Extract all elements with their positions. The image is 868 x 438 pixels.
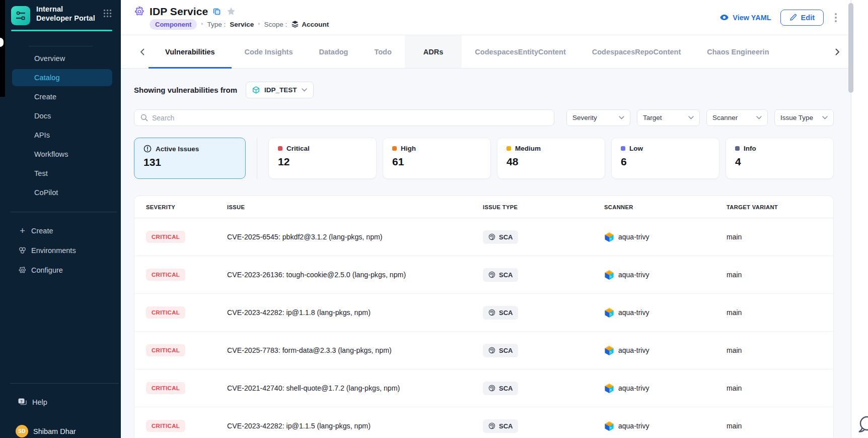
sidebar-action-label: Configure	[31, 266, 63, 274]
tab-label: CodespacesEntityContent	[475, 48, 565, 56]
gear-icon	[18, 266, 27, 275]
svg-text:?: ?	[20, 399, 23, 404]
chevron-down-icon	[822, 116, 828, 119]
sidebar-action-environments[interactable]: Environments	[0, 240, 121, 260]
filter-scanner[interactable]: Scanner	[706, 109, 768, 126]
issue-text: CVE-2023-42282: ip@1.1.5 (lang-pkgs, npm…	[227, 422, 483, 430]
page-title: IDP Service	[150, 6, 208, 18]
edit-label: Edit	[801, 14, 815, 22]
table-row[interactable]: CRITICAL CVE-2023-26136: tough-cookie@2.…	[134, 256, 833, 294]
target-variant: main	[727, 384, 833, 392]
column-issue-type: ISSUE TYPE	[483, 204, 604, 210]
severity-card-label: Medium	[515, 145, 541, 152]
filter-target[interactable]: Target	[637, 109, 700, 126]
issue-type-label: SCA	[499, 385, 513, 392]
issue-type-pill: SCA	[483, 344, 518, 357]
user-menu[interactable]: SD Shibam Dhar	[0, 424, 121, 438]
issue-text: CVE-2025-6545: pbkdf2@3.1.2 (lang-pkgs, …	[227, 233, 483, 241]
issue-type-pill: SCA	[483, 306, 518, 320]
sidebar-item-catalog[interactable]: Catalog	[0, 68, 121, 87]
sidebar-item-docs[interactable]: Docs	[0, 106, 121, 126]
sidebar-item-test[interactable]: Test	[0, 164, 121, 183]
trivy-icon	[604, 383, 614, 394]
issue-type-label: SCA	[499, 309, 513, 317]
copy-icon[interactable]	[212, 7, 221, 16]
filter-severity[interactable]: Severity	[566, 109, 630, 126]
issue-type-pill: SCA	[483, 419, 518, 433]
tab-codespaces-repo[interactable]: CodespacesRepoContent	[579, 35, 694, 68]
severity-badge: CRITICAL	[146, 269, 185, 281]
severity-card-low[interactable]: Low 6	[611, 138, 719, 179]
idp-logo[interactable]	[11, 6, 30, 25]
sidebar: Internal Developer Portal Overview Catal…	[0, 0, 121, 438]
sidebar-action-configure[interactable]: Configure	[0, 260, 121, 280]
chat-launcher-icon[interactable]	[855, 413, 868, 435]
sidebar-item-copilot[interactable]: CoPilot	[0, 183, 121, 202]
search-box[interactable]	[134, 109, 554, 126]
sca-icon	[488, 271, 495, 278]
severity-card-critical[interactable]: Critical 12	[268, 138, 377, 179]
table-row[interactable]: CRITICAL CVE-2025-6545: pbkdf2@3.1.2 (la…	[134, 218, 833, 256]
tab-todo[interactable]: Todo	[361, 35, 404, 68]
trivy-icon	[604, 345, 614, 356]
help-chat-icon: ?	[18, 398, 27, 407]
table-row[interactable]: CRITICAL CVE-2025-7783: form-data@2.3.3 …	[134, 332, 833, 369]
filter-issue-type[interactable]: Issue Type	[774, 109, 834, 126]
severity-card-medium[interactable]: Medium 48	[497, 138, 605, 179]
brand-underline	[11, 30, 112, 31]
active-issues-label: Active Issues	[156, 145, 199, 153]
sidebar-nav: Overview Catalog Create Docs APIs Workfl…	[0, 49, 121, 202]
sidebar-item-create[interactable]: Create	[0, 87, 121, 106]
table-row[interactable]: CRITICAL CVE-2021-42740: shell-quote@1.7…	[134, 369, 833, 407]
trivy-icon	[604, 307, 614, 318]
scope-label: Scope :	[264, 21, 287, 28]
tab-label: ADRs	[423, 48, 443, 56]
brand-header: Internal Developer Portal	[0, 0, 121, 25]
tab-adrs[interactable]: ADRs	[405, 35, 462, 68]
tab-label: Code Insights	[245, 48, 293, 56]
app-grid-icon[interactable]	[103, 9, 112, 18]
sidebar-item-label: Catalog	[34, 74, 60, 82]
sidebar-item-label: Workflows	[34, 150, 68, 158]
tabs-scroll-left-icon[interactable]	[136, 45, 149, 58]
tab-vulnerabilities[interactable]: Vulnerabilities	[149, 35, 232, 68]
nav-divider	[29, 46, 93, 46]
sidebar-action-label: Environments	[31, 246, 76, 255]
issue-type-pill: SCA	[483, 268, 518, 282]
table-row[interactable]: CRITICAL CVE-2023-42282: ip@1.1.8 (lang-…	[134, 294, 833, 332]
target-variant: main	[727, 233, 833, 241]
sidebar-item-workflows[interactable]: Workflows	[0, 145, 121, 164]
target-variant: main	[727, 271, 833, 279]
edit-button[interactable]: Edit	[780, 10, 824, 26]
active-issues-card[interactable]: Active Issues 131	[134, 138, 246, 179]
tab-datadog[interactable]: Datadog	[306, 35, 361, 68]
entity-header: IDP Service Component • Type : Service •…	[121, 0, 851, 35]
severity-card-high[interactable]: High 61	[383, 138, 491, 179]
scanner-cell: aqua-trivy	[604, 270, 727, 280]
sidebar-action-create[interactable]: + Create	[0, 221, 121, 240]
kind-badge[interactable]: Component	[150, 19, 197, 30]
tabs-scroll-right-icon[interactable]	[831, 45, 844, 58]
vulnerabilities-panel: Showing vulnerabilities from IDP_TEST	[121, 69, 851, 438]
sidebar-item-apis[interactable]: APIs	[0, 126, 121, 145]
more-options-button[interactable]	[833, 11, 839, 24]
help-button[interactable]: ? Help	[0, 394, 121, 411]
environments-icon	[18, 246, 27, 255]
tab-codespaces-entity[interactable]: CodespacesEntityContent	[462, 35, 578, 68]
issue-type-label: SCA	[499, 233, 513, 241]
project-select[interactable]: IDP_TEST	[246, 82, 314, 98]
tab-code-insights[interactable]: Code Insights	[232, 35, 306, 68]
severity-card-info[interactable]: Info 4	[726, 138, 834, 179]
view-yaml-button[interactable]: View YAML	[719, 14, 771, 22]
star-icon[interactable]	[227, 7, 236, 16]
table-row[interactable]: CRITICAL CVE-2023-42282: ip@1.1.5 (lang-…	[134, 407, 833, 438]
project-name: IDP_TEST	[264, 86, 297, 94]
summary-divider	[257, 138, 257, 179]
search-input[interactable]	[152, 114, 548, 122]
sca-icon	[488, 347, 495, 354]
tab-chaos-engineering[interactable]: Chaos Engineerin	[694, 35, 782, 68]
sidebar-actions: + Create Environments Configure	[0, 221, 121, 280]
sidebar-item-overview[interactable]: Overview	[0, 49, 121, 68]
vertical-scrollbar[interactable]	[848, 3, 853, 93]
scanner-cell: aqua-trivy	[604, 383, 727, 394]
